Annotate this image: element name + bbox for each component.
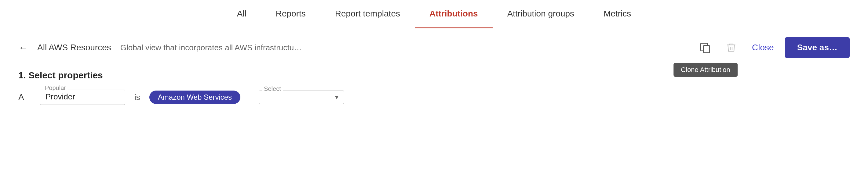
clone-attribution-container: Clone Attribution (696, 38, 715, 57)
aws-tag[interactable]: Amazon Web Services (149, 90, 240, 104)
nav-item-reports[interactable]: Reports (261, 0, 320, 28)
property-row-a: A Popular Provider is Amazon Web Service… (18, 90, 850, 105)
provider-field[interactable]: Popular Provider (40, 90, 125, 105)
save-as-button[interactable]: Save as… (785, 37, 850, 58)
section-title: 1. Select properties (18, 70, 850, 80)
chevron-down-icon: ▾ (335, 93, 338, 101)
delete-icon (726, 42, 737, 53)
select-field[interactable]: Select ▾ (259, 90, 344, 104)
clone-attribution-button[interactable] (696, 38, 715, 57)
nav-item-attributions[interactable]: Attributions (415, 0, 493, 28)
select-label: Select (262, 85, 283, 92)
close-button[interactable]: Close (747, 40, 779, 55)
nav-item-attribution-groups[interactable]: Attribution groups (493, 0, 589, 28)
nav-item-report-templates[interactable]: Report templates (320, 0, 415, 28)
back-button[interactable]: ← (18, 42, 28, 53)
content-area: ← All AWS Resources Global view that inc… (0, 28, 868, 114)
breadcrumb-title: All AWS Resources (37, 43, 111, 52)
field-value-provider: Provider (45, 91, 75, 101)
delete-attribution-button[interactable] (721, 38, 741, 57)
breadcrumb-row: ← All AWS Resources Global view that inc… (18, 37, 850, 58)
nav-items: All Reports Report templates Attribution… (222, 0, 646, 28)
nav-item-all[interactable]: All (222, 0, 261, 28)
top-nav: All Reports Report templates Attribution… (0, 0, 868, 28)
is-operator: is (134, 93, 140, 102)
row-label-a: A (18, 92, 31, 102)
field-label-popular: Popular (43, 84, 68, 91)
breadcrumb-description: Global view that incorporates all AWS in… (120, 43, 302, 52)
toolbar-right: Clone Attribution Close Save as… (696, 37, 850, 58)
copy-icon (700, 41, 712, 54)
nav-item-metrics[interactable]: Metrics (589, 0, 646, 28)
svg-rect-0 (703, 45, 710, 52)
